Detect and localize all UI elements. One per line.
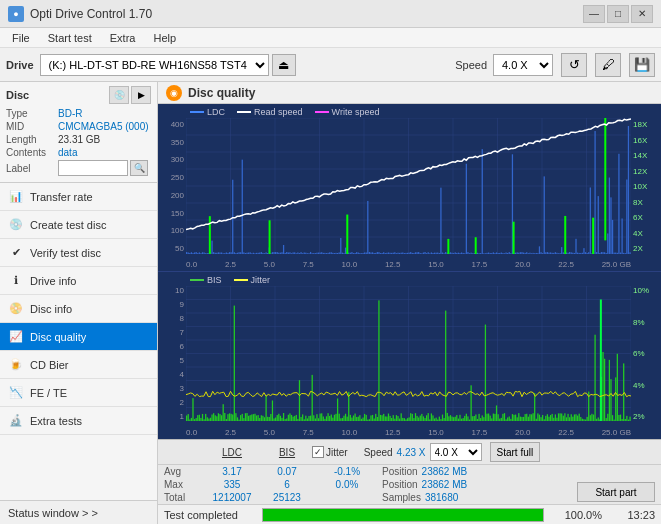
y-right-14x: 14X [631, 151, 661, 160]
titlebar: ● Opti Drive Control 1.70 — □ ✕ [0, 0, 661, 28]
sidebar-item-fe-te[interactable]: 📉 FE / TE [0, 379, 157, 407]
start-buttons-area: Start part [571, 465, 661, 504]
y2-label-4: 4 [158, 370, 186, 379]
menu-file[interactable]: File [4, 30, 38, 46]
disc-icon-btn-1[interactable]: 💿 [109, 86, 129, 104]
disc-contents-label: Contents [6, 147, 58, 158]
disc-type-value: BD-R [58, 108, 82, 119]
x-label-2-5: 2.5 [225, 260, 236, 269]
disc-label-input[interactable] [58, 160, 128, 176]
maximize-button[interactable]: □ [607, 5, 629, 23]
sidebar-item-drive-info[interactable]: ℹ Drive info [0, 267, 157, 295]
stats-data-area: Avg 3.17 0.07 -0.1% Position 23862 MB Ma… [158, 465, 661, 504]
sidebar-item-extra-tests[interactable]: 🔬 Extra tests [0, 407, 157, 435]
chart-bottom-x-axis: 0.0 2.5 5.0 7.5 10.0 12.5 15.0 17.5 20.0… [186, 428, 631, 437]
stats-table-area: Avg 3.17 0.07 -0.1% Position 23862 MB Ma… [158, 465, 571, 504]
disc-panel: Disc 💿 ▶ Type BD-R MID CMCMAGBA5 (000) L… [0, 82, 157, 183]
y-right-2x: 2X [631, 244, 661, 253]
y2-label-5: 5 [158, 356, 186, 365]
sidebar-item-cd-bier-label: CD Bier [30, 359, 69, 371]
speed-stat-value: 4.23 X [397, 447, 426, 458]
x-label-15: 15.0 [428, 260, 444, 269]
menu-help[interactable]: Help [145, 30, 184, 46]
chart-top-x-axis: 0.0 2.5 5.0 7.5 10.0 12.5 15.0 17.5 20.0… [186, 260, 631, 269]
disc-info-icon: 📀 [8, 301, 24, 317]
sidebar-item-disc-info-label: Disc info [30, 303, 72, 315]
sidebar-item-transfer-rate-label: Transfer rate [30, 191, 93, 203]
sidebar-item-transfer-rate[interactable]: 📊 Transfer rate [0, 183, 157, 211]
x-label-0: 0.0 [186, 260, 197, 269]
y-right-16x: 16X [631, 136, 661, 145]
avg-label: Avg [164, 466, 202, 477]
samples-value: 381680 [425, 492, 458, 503]
bis-chart-canvas [186, 286, 631, 421]
read-speed-legend-label: Read speed [254, 107, 303, 117]
main-area: Disc 💿 ▶ Type BD-R MID CMCMAGBA5 (000) L… [0, 82, 661, 524]
chart-bottom-legend: BIS Jitter [190, 275, 270, 285]
menu-extra[interactable]: Extra [102, 30, 144, 46]
y2-label-7: 7 [158, 328, 186, 337]
max-bis: 6 [262, 479, 312, 490]
disc-label-btn[interactable]: 🔍 [130, 160, 148, 176]
close-button[interactable]: ✕ [631, 5, 653, 23]
chart-top-legend: LDC Read speed Write speed [190, 107, 379, 117]
stats-row-avg: Avg 3.17 0.07 -0.1% Position 23862 MB [158, 465, 571, 478]
sidebar-item-verify-test-disc[interactable]: ✔ Verify test disc [0, 239, 157, 267]
disc-length-label: Length [6, 134, 58, 145]
y-label-50: 50 [158, 244, 186, 253]
y-label-200: 200 [158, 191, 186, 200]
sidebar-item-disc-quality[interactable]: 📈 Disc quality [0, 323, 157, 351]
position-value-2: 23862 MB [422, 479, 468, 490]
stats-row-max: Max 335 6 0.0% Position 23862 MB [158, 478, 571, 491]
progress-bar-area: Test completed 100.0% 13:23 [158, 504, 661, 524]
drive-selector: (K:) HL-DT-ST BD-RE WH16NS58 TST4 ⏏ [40, 54, 442, 76]
start-part-button[interactable]: Start part [577, 482, 655, 502]
sidebar-item-verify-test-disc-label: Verify test disc [30, 247, 101, 259]
y2-right-4pct: 4% [631, 381, 661, 390]
position-label: Position [382, 466, 418, 477]
stats-header-row: LDC BIS ✓ Jitter Speed 4.23 X 4.0 X Star… [158, 440, 661, 465]
speed-stat-dropdown[interactable]: 4.0 X [430, 443, 482, 461]
y-label-100: 100 [158, 226, 186, 235]
status-window[interactable]: Status window > > [0, 500, 157, 524]
toolbar-btn-2[interactable]: 🖊 [595, 53, 621, 77]
progress-bar-outer [262, 508, 544, 522]
jitter-checkbox[interactable]: ✓ [312, 446, 324, 458]
sidebar-item-extra-tests-label: Extra tests [30, 415, 82, 427]
y-label-150: 150 [158, 209, 186, 218]
avg-ldc: 3.17 [202, 466, 262, 477]
x-label-12-5: 12.5 [385, 260, 401, 269]
y2-label-1: 1 [158, 412, 186, 421]
sidebar-item-create-test-disc[interactable]: 💿 Create test disc [0, 211, 157, 239]
max-label: Max [164, 479, 202, 490]
write-speed-legend-color [315, 111, 329, 113]
jitter-label: Jitter [326, 447, 348, 458]
read-speed-legend-color [237, 111, 251, 113]
toolbar-btn-1[interactable]: ↺ [561, 53, 587, 77]
cd-bier-icon: 🍺 [8, 357, 24, 373]
position-value: 23862 MB [422, 466, 468, 477]
disc-icon-btn-2[interactable]: ▶ [131, 86, 151, 104]
eject-button[interactable]: ⏏ [272, 54, 296, 76]
y-label-350: 350 [158, 138, 186, 147]
titlebar-left: ● Opti Drive Control 1.70 [8, 6, 152, 22]
sidebar-item-cd-bier[interactable]: 🍺 CD Bier [0, 351, 157, 379]
progress-percent: 100.0% [552, 509, 602, 521]
y-right-4x: 4X [631, 229, 661, 238]
disc-row-mid: MID CMCMAGBA5 (000) [6, 121, 151, 132]
start-full-button[interactable]: Start full [490, 442, 541, 462]
sidebar-item-disc-quality-label: Disc quality [30, 331, 86, 343]
minimize-button[interactable]: — [583, 5, 605, 23]
write-speed-legend-label: Write speed [332, 107, 380, 117]
sidebar-item-disc-info[interactable]: 📀 Disc info [0, 295, 157, 323]
drive-label: Drive [6, 59, 34, 71]
bis-legend-color [190, 279, 204, 281]
disc-mid-value: CMCMAGBA5 (000) [58, 121, 149, 132]
toolbar-btn-3[interactable]: 💾 [629, 53, 655, 77]
drive-dropdown[interactable]: (K:) HL-DT-ST BD-RE WH16NS58 TST4 [40, 54, 269, 76]
speed-dropdown[interactable]: 4.0 X [493, 54, 553, 76]
y2-right-2pct: 2% [631, 412, 661, 421]
menu-start-test[interactable]: Start test [40, 30, 100, 46]
sidebar-item-fe-te-label: FE / TE [30, 387, 67, 399]
ldc-legend-color [190, 111, 204, 113]
